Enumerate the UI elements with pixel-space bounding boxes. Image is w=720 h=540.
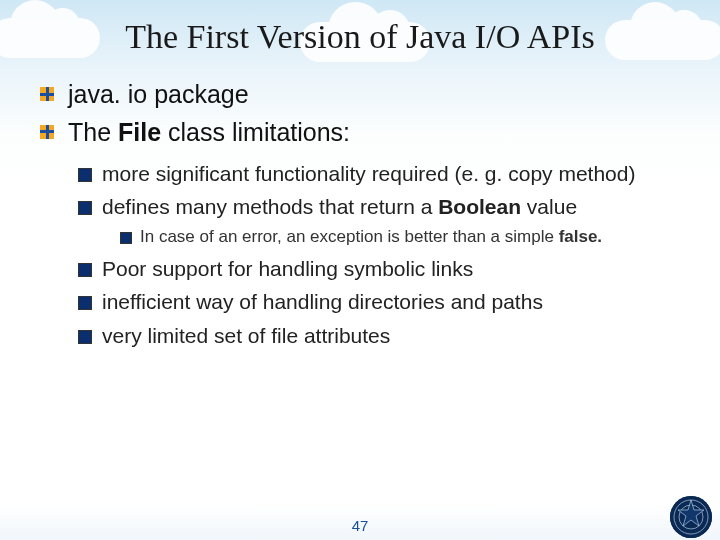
bullet-list-level2: more significant functionality required … [78, 160, 680, 349]
bullet-text: more significant functionality required … [102, 162, 635, 185]
list-item: very limited set of file attributes [78, 322, 680, 349]
bullet-text: java. io package [68, 80, 249, 108]
bullet-text: The [68, 118, 118, 146]
bullet-text: inefficient way of handling directories … [102, 290, 543, 313]
list-item: In case of an error, an exception is bet… [120, 226, 680, 249]
list-item: inefficient way of handling directories … [78, 288, 680, 315]
bullet-text-bold: Boolean [438, 195, 521, 218]
bullet-text: defines many methods that return a [102, 195, 438, 218]
page-number: 47 [0, 517, 720, 534]
list-item: java. io package [40, 78, 680, 112]
bullet-text: value [521, 195, 577, 218]
bullet-list-level1: java. io package The File class limitati… [40, 78, 680, 349]
bullet-text-bold: false. [559, 227, 602, 246]
bullet-text: In case of an error, an exception is bet… [140, 227, 559, 246]
bullet-text: Poor support for handling symbolic links [102, 257, 473, 280]
list-item: The File class limitations: more signifi… [40, 116, 680, 349]
bullet-text: very limited set of file attributes [102, 324, 390, 347]
bullet-text-bold: File [118, 118, 161, 146]
list-item: Poor support for handling symbolic links [78, 255, 680, 282]
institution-logo-icon [670, 496, 712, 538]
slide-title: The First Version of Java I/O APIs [40, 18, 680, 56]
bullet-list-level3: In case of an error, an exception is bet… [120, 226, 680, 249]
list-item: defines many methods that return a Boole… [78, 193, 680, 249]
bullet-text: class limitations: [161, 118, 350, 146]
list-item: more significant functionality required … [78, 160, 680, 187]
slide-container: The First Version of Java I/O APIs java.… [0, 0, 720, 540]
